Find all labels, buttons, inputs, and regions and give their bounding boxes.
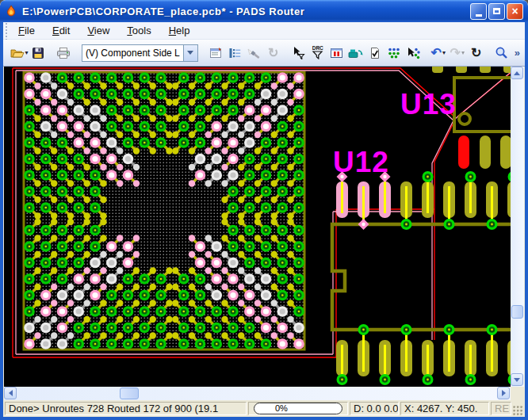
- select-nets-button[interactable]: [404, 44, 423, 63]
- rotate-icon: ↻: [471, 47, 481, 59]
- bga-component[interactable]: [24, 72, 304, 349]
- delta-panel: D: 0.0 0.0: [350, 402, 399, 415]
- print-button[interactable]: [54, 44, 73, 63]
- refresh-icon: ↻: [268, 47, 278, 59]
- status-message: Done> Unroutes 728 Routed 172 of 900 (19…: [5, 402, 247, 415]
- coordinates-panel: X: 4267. Y: 450.: [400, 402, 489, 415]
- mode-panel: RE: [491, 402, 511, 415]
- open-dropdown-caret[interactable]: ▾: [25, 49, 29, 56]
- maximize-icon: [493, 8, 500, 14]
- u13-pin1-marker: [459, 113, 470, 124]
- progress-bar: 0%: [254, 403, 342, 414]
- save-button[interactable]: [29, 44, 48, 63]
- strategies-button[interactable]: [226, 44, 245, 63]
- app-window: E:\PowerPCB\CORPORATE_place.pcb* - PADS …: [0, 0, 528, 420]
- layer-combobox-dropdown-button[interactable]: [183, 45, 197, 61]
- properties-button[interactable]: [207, 44, 226, 63]
- close-icon: ×: [511, 6, 518, 17]
- arrow-up-icon: [514, 71, 520, 75]
- redo-button: ↷ ▾: [448, 44, 467, 63]
- window-border-left: [0, 22, 3, 420]
- refresh-view-button[interactable]: ↻: [467, 44, 486, 63]
- menu-edit[interactable]: Edit: [45, 23, 77, 38]
- pause-routing-button[interactable]: [327, 44, 346, 63]
- funnel-icon: [312, 51, 323, 59]
- minimize-button[interactable]: [470, 3, 487, 20]
- maximize-button[interactable]: [488, 3, 505, 20]
- undo-icon: ↶: [431, 47, 442, 59]
- net-dots-button[interactable]: [385, 44, 404, 63]
- v-scrollbar[interactable]: [511, 67, 524, 387]
- folder-open-icon: [10, 47, 25, 59]
- status-bar: Done> Unroutes 728 Routed 172 of 900 (19…: [3, 400, 525, 417]
- pause-window-icon: [330, 47, 343, 59]
- zoom-button[interactable]: [492, 44, 511, 63]
- save-icon: [32, 47, 44, 59]
- scroll-left-button[interactable]: [4, 387, 17, 399]
- window-title: E:\PowerPCB\CORPORATE_place.pcb* - PADS …: [22, 6, 469, 17]
- autoroute-button[interactable]: [346, 44, 365, 63]
- label-u12: U12: [333, 146, 389, 178]
- menu-tools[interactable]: Tools: [120, 23, 158, 38]
- title-bar[interactable]: E:\PowerPCB\CORPORATE_place.pcb* - PADS …: [0, 0, 528, 22]
- highlighted-pad: [458, 136, 469, 169]
- menu-file[interactable]: File: [11, 23, 42, 38]
- layer-combobox-value: (V) Component Side L: [82, 48, 183, 59]
- top-edge-pads[interactable]: [432, 67, 511, 73]
- progress-label: 0%: [275, 403, 288, 413]
- verify-button[interactable]: [365, 44, 385, 63]
- router-machine-icon: [348, 47, 363, 59]
- cleanup-button[interactable]: [245, 44, 264, 63]
- doc-check-icon: [369, 47, 381, 59]
- scrollbar-corner: [511, 387, 524, 400]
- layer-combobox[interactable]: (V) Component Side L: [82, 44, 198, 62]
- progress-panel: 0%: [248, 402, 348, 415]
- flashlight-icon: [247, 47, 261, 59]
- label-u13: U13: [400, 88, 457, 120]
- window-border-right: [525, 22, 528, 420]
- printer-icon: [56, 47, 71, 59]
- open-file-button[interactable]: ▾: [10, 44, 29, 63]
- scroll-right-button[interactable]: [497, 387, 510, 399]
- rules-list-icon: [228, 47, 242, 59]
- menu-help[interactable]: Help: [162, 23, 197, 38]
- menu-bar: File Edit View Tools Help: [3, 22, 525, 40]
- select-filter-button[interactable]: [289, 44, 308, 63]
- scroll-down-button[interactable]: [511, 373, 523, 386]
- pointer-funnel-icon: [292, 46, 305, 59]
- pcb-drawing[interactable]: U12U13: [4, 67, 511, 387]
- ref-des-labels[interactable]: U12U13: [333, 88, 457, 178]
- resize-grip[interactable]: [513, 406, 523, 416]
- arrow-left-icon: [9, 390, 13, 396]
- window-border-bottom: [0, 417, 528, 420]
- nets-dots-icon: [387, 47, 401, 59]
- toolbar-overflow-button[interactable]: »: [511, 47, 523, 59]
- pointer-dots-icon: [406, 47, 420, 59]
- recalc-button: ↻: [264, 44, 283, 63]
- scroll-up-button[interactable]: [511, 67, 523, 79]
- arrow-down-icon: [514, 378, 520, 382]
- pcb-canvas[interactable]: U12U13: [4, 67, 511, 387]
- chevron-down-icon: [187, 51, 193, 55]
- close-button[interactable]: ×: [507, 3, 523, 20]
- redo-icon: ↷: [450, 47, 461, 59]
- undo-dropdown-caret[interactable]: ▾: [442, 49, 446, 56]
- menu-view[interactable]: View: [80, 23, 117, 38]
- redo-dropdown-caret: ▾: [461, 49, 465, 56]
- h-scroll-thumb[interactable]: [120, 388, 139, 399]
- properties-form-icon: [209, 47, 223, 59]
- u12-pad-row[interactable]: [336, 171, 511, 230]
- arrow-right-icon: [502, 390, 506, 396]
- magnifier-icon: [495, 46, 508, 59]
- drc-filter-button[interactable]: DRC: [308, 44, 327, 63]
- undo-button[interactable]: ↶ ▾: [429, 44, 448, 63]
- u13-pads[interactable]: [458, 136, 511, 169]
- minimize-icon: [476, 14, 482, 17]
- bottom-pad-row[interactable]: [336, 324, 511, 385]
- v-scroll-thumb[interactable]: [511, 305, 523, 319]
- menu-grip[interactable]: [5, 22, 8, 40]
- h-scrollbar[interactable]: [4, 387, 511, 400]
- toolbar: ▾ (V) Component Side L: [3, 40, 525, 67]
- app-icon: [5, 5, 17, 17]
